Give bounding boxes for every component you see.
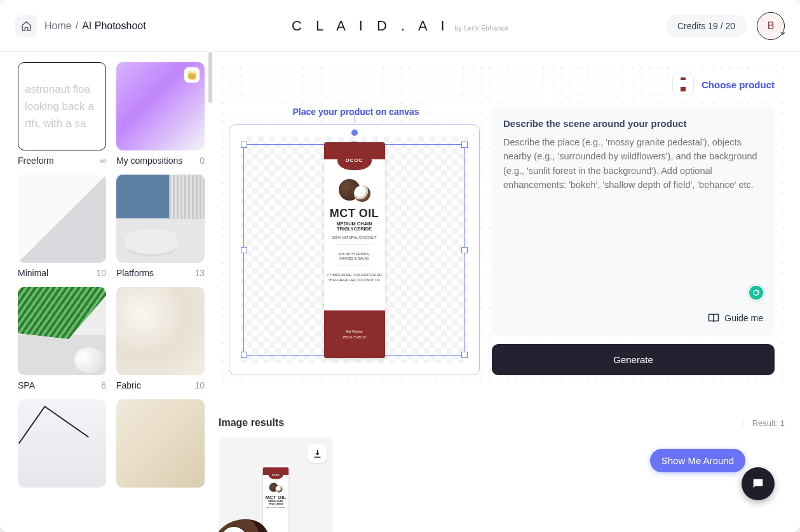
product-canvas[interactable]: OCOC MCT OIL MEDIUM CHAIN TRIGLYCERIDE 1…	[229, 124, 480, 375]
brand-logo: C L A I D . A I by Let's Enhance	[292, 18, 508, 34]
breadcrumb: Home / AI Photoshoot	[44, 20, 146, 32]
product-title: MCT OIL	[330, 207, 379, 220]
download-button[interactable]	[308, 444, 327, 463]
resize-handle-mr[interactable]	[461, 247, 468, 253]
resize-handle-tr[interactable]	[461, 142, 468, 148]
guide-me-button[interactable]: Guide me	[708, 312, 763, 324]
category-fabric[interactable]: Fabric10	[116, 287, 205, 390]
choose-product-button[interactable]: Choose product	[672, 74, 775, 95]
breadcrumb-current: AI Photoshoot	[82, 20, 146, 32]
credits-badge[interactable]: Credits 19 / 20	[666, 15, 747, 37]
chat-fab[interactable]	[742, 467, 775, 500]
product-thumbnail-icon	[672, 74, 694, 95]
brand-byline: by Let's Enhance	[455, 25, 508, 32]
resize-handle-bl[interactable]	[241, 352, 247, 358]
topbar: Home / AI Photoshoot C L A I D . A I by …	[0, 0, 800, 52]
results-heading: Image results	[219, 417, 284, 429]
describe-heading: Describe the scene around your product	[503, 118, 763, 129]
resize-handle-tl[interactable]	[241, 142, 247, 148]
download-icon	[313, 449, 322, 458]
product-brand-logo: OCOC	[337, 151, 372, 170]
show-me-around-button[interactable]: Show Me Around	[650, 449, 745, 472]
describe-panel: Describe the scene around your product G…	[492, 107, 775, 335]
premium-crown-icon: 👑	[184, 67, 200, 83]
coconut-illustration	[339, 176, 370, 202]
product-image[interactable]: OCOC MCT OIL MEDIUM CHAIN TRIGLYCERIDE 1…	[320, 142, 389, 358]
rotate-handle[interactable]	[351, 130, 358, 136]
freeform-preview-text: astronaut floa looking back a rth, with …	[18, 63, 105, 150]
category-extra-1[interactable]	[18, 399, 106, 493]
resize-handle-ml[interactable]	[241, 247, 247, 253]
generate-button[interactable]: Generate	[492, 344, 775, 375]
category-platforms[interactable]: Platforms13	[116, 175, 205, 278]
home-icon-button[interactable]	[15, 15, 37, 37]
resize-handle-br[interactable]	[461, 352, 468, 358]
results-count: Result: 1	[743, 418, 785, 428]
result-item[interactable]: OCOC MCT OIL MEDIUM CHAIN TRIGLYCERIDE 1…	[219, 437, 333, 532]
avatar-menu[interactable]: B	[757, 12, 785, 40]
category-freeform[interactable]: astronaut floa looking back a rth, with …	[18, 62, 106, 166]
canvas-instruction: Place your product on canvas	[229, 107, 483, 117]
home-icon	[21, 20, 32, 31]
book-icon	[708, 312, 719, 324]
category-my-compositions[interactable]: 👑 My compositions0	[116, 62, 205, 166]
brand-name: C L A I D . A I	[292, 18, 450, 34]
category-sidebar: astronaut floa looking back a rth, with …	[0, 52, 212, 532]
breadcrumb-home[interactable]: Home	[44, 20, 72, 32]
grammarly-icon[interactable]	[749, 286, 763, 300]
category-spa[interactable]: SPA6	[18, 287, 106, 390]
category-minimal[interactable]: Minimal10	[18, 175, 106, 278]
scene-description-input[interactable]	[503, 135, 763, 307]
category-extra-2[interactable]	[116, 399, 205, 493]
chat-icon	[751, 477, 765, 491]
product-subtitle: MEDIUM CHAIN TRIGLYCERIDE	[336, 222, 372, 232]
